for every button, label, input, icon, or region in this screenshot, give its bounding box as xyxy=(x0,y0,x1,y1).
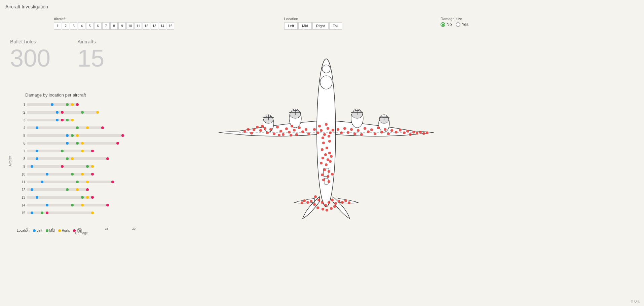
chart-row-7: 7 xyxy=(18,147,136,155)
damage-option-label-yes: Yes xyxy=(462,22,468,27)
dot-tail-row-12 xyxy=(86,188,89,191)
damage-option-no[interactable]: No xyxy=(441,22,452,27)
aircraft-btn-15[interactable]: 15 xyxy=(167,22,174,30)
svg-point-99 xyxy=(412,131,415,133)
svg-point-92 xyxy=(387,132,390,135)
chart-row-6: 6 xyxy=(18,140,136,147)
aircraft-btn-4[interactable]: 4 xyxy=(78,22,85,30)
dot-mid-row-15 xyxy=(41,212,43,214)
chart-row-label-10: 10 xyxy=(18,173,25,176)
svg-point-112 xyxy=(306,201,309,204)
damage-option-label-no: No xyxy=(447,22,452,27)
dot-left-row-4 xyxy=(36,126,38,129)
location-btn-right[interactable]: Right xyxy=(312,22,329,30)
dot-tail-row-15 xyxy=(46,212,48,214)
aircraft-btn-5[interactable]: 5 xyxy=(86,22,93,30)
chart-row-label-15: 15 xyxy=(18,211,25,215)
dot-left-row-1 xyxy=(51,103,53,106)
svg-point-49 xyxy=(320,129,323,132)
svg-point-31 xyxy=(285,127,288,130)
bullet-holes-kpi: Bullet holes 300 xyxy=(10,39,50,70)
dot-left-row-10 xyxy=(46,173,48,176)
chart-bar-bg-15 xyxy=(27,212,92,214)
svg-point-24 xyxy=(264,127,266,130)
svg-point-69 xyxy=(329,160,332,163)
chart-row-label-4: 4 xyxy=(18,126,25,130)
aircraft-btn-1[interactable]: 1 xyxy=(54,22,61,30)
aircraft-btn-7[interactable]: 7 xyxy=(102,22,110,30)
svg-point-22 xyxy=(256,126,259,128)
dot-tail-row-10 xyxy=(91,173,94,176)
dot-tail-row-11 xyxy=(111,181,114,183)
chart-bar-container-1 xyxy=(27,102,136,107)
svg-point-86 xyxy=(367,130,370,133)
legend-right: Right xyxy=(58,229,70,232)
chart-row-label-14: 14 xyxy=(18,203,25,207)
dot-right-row-4 xyxy=(86,126,89,129)
damage-option-yes[interactable]: Yes xyxy=(456,22,468,27)
legend-mid-label: Mid xyxy=(49,229,55,232)
location-btn-mid[interactable]: Mid xyxy=(298,22,312,30)
dot-left-row-13 xyxy=(36,196,38,199)
chart-bar-container-15 xyxy=(27,211,136,215)
location-btn-left[interactable]: Left xyxy=(284,22,298,30)
aircraft-btn-10[interactable]: 10 xyxy=(126,22,134,30)
chart-row-10: 10 xyxy=(18,170,136,178)
aircraft-btn-6[interactable]: 6 xyxy=(94,22,102,30)
aircraft-btn-8[interactable]: 8 xyxy=(110,22,118,30)
location-btn-tail[interactable]: Tail xyxy=(329,22,342,30)
svg-point-105 xyxy=(317,199,320,201)
svg-point-37 xyxy=(301,130,304,133)
svg-point-63 xyxy=(328,152,331,154)
dot-mid-row-1 xyxy=(66,103,69,106)
svg-point-83 xyxy=(357,129,359,132)
aircrafts-value: 15 xyxy=(77,46,104,70)
svg-point-124 xyxy=(313,203,316,206)
dot-mid-row-12 xyxy=(66,188,69,191)
dot-right-row-9 xyxy=(91,165,94,168)
chart-inner: 123456789101112131415 xyxy=(18,101,136,215)
aircraft-btn-12[interactable]: 12 xyxy=(143,22,150,30)
svg-point-32 xyxy=(288,131,291,133)
aircraft-btn-2[interactable]: 2 xyxy=(62,22,69,30)
damage-options-group: NoYes xyxy=(441,22,468,27)
svg-point-119 xyxy=(316,206,319,209)
svg-point-82 xyxy=(353,132,356,135)
chart-bar-container-10 xyxy=(27,172,136,177)
dot-tail-row-2 xyxy=(61,111,64,114)
chart-bar-container-14 xyxy=(27,203,136,207)
aircrafts-kpi: Aircrafts 15 xyxy=(77,39,104,70)
svg-point-117 xyxy=(344,199,347,202)
svg-point-96 xyxy=(403,131,406,134)
aircraft-btn-3[interactable]: 3 xyxy=(70,22,77,30)
chart-row-3: 3 xyxy=(18,116,136,124)
qlik-watermark: © Qlik xyxy=(631,300,640,303)
svg-point-116 xyxy=(341,201,344,204)
aircrafts-label: Aircrafts xyxy=(77,39,104,44)
dot-tail-row-13 xyxy=(91,196,94,199)
dot-left-row-6 xyxy=(66,142,69,145)
aircraft-btn-9[interactable]: 9 xyxy=(118,22,126,30)
chart-row-1: 1 xyxy=(18,101,136,108)
svg-point-65 xyxy=(327,158,329,161)
dot-right-row-10 xyxy=(81,173,84,176)
svg-point-123 xyxy=(333,205,336,208)
aircraft-btn-13[interactable]: 13 xyxy=(151,22,158,30)
chart-bar-container-13 xyxy=(27,195,136,200)
dot-right-row-1 xyxy=(71,103,74,106)
svg-point-60 xyxy=(326,147,328,149)
svg-point-109 xyxy=(331,199,334,201)
x-tick-15: 15 xyxy=(105,227,108,230)
svg-point-55 xyxy=(328,135,330,138)
chart-row-label-6: 6 xyxy=(18,142,25,145)
aircraft-btn-14[interactable]: 14 xyxy=(159,22,166,30)
chart-bar-bg-3 xyxy=(27,119,72,121)
chart-bar-bg-5 xyxy=(27,134,123,137)
svg-point-122 xyxy=(330,207,333,210)
svg-point-27 xyxy=(273,132,275,135)
svg-point-84 xyxy=(360,133,363,136)
svg-point-71 xyxy=(328,170,330,173)
dot-tail-row-7 xyxy=(91,150,94,152)
aircraft-btn-11[interactable]: 11 xyxy=(135,22,142,30)
chart-row-9: 9 xyxy=(18,163,136,170)
